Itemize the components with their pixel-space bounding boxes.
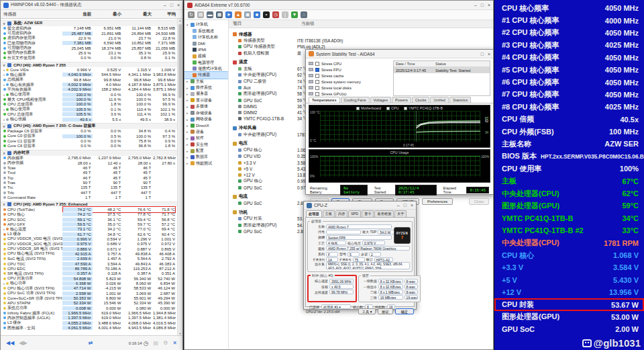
- maximize-icon[interactable]: □: [481, 52, 484, 56]
- preferences-button[interactable]: Preferences: [422, 198, 453, 205]
- close-icon[interactable]: ×: [488, 3, 490, 7]
- sidebar-item-设备[interactable]: ▸设备: [184, 129, 228, 135]
- cpuz-titlebar[interactable]: CPU-Z – □ ×: [304, 202, 416, 210]
- divider-icon[interactable]: |: [282, 11, 288, 18]
- maximize-icon[interactable]: □: [481, 3, 484, 7]
- sidebar-item-便携式计算机[interactable]: 便携式计算机: [184, 66, 228, 72]
- tab-显卡[interactable]: 显卡: [362, 210, 374, 217]
- legend-checkbox[interactable]: ✓: [404, 107, 407, 110]
- legend-checkbox[interactable]: ✓: [356, 107, 360, 110]
- sidebar-item-显示设备[interactable]: ▸显示设备: [184, 97, 228, 103]
- tab-处理器[interactable]: 处理器: [306, 210, 322, 217]
- maximize-icon[interactable]: □: [404, 203, 407, 208]
- tab-voltages[interactable]: Voltages: [370, 97, 391, 103]
- sidebar-item-IPMI[interactable]: IPMI: [184, 47, 228, 53]
- nav-forward-icon[interactable]: ◀▶: [19, 340, 27, 346]
- tree-chevron-icon[interactable]: ▸: [186, 79, 189, 83]
- tree-chevron-icon[interactable]: ▾: [186, 23, 189, 27]
- validate-button[interactable]: 验证: [378, 308, 392, 314]
- legend-item[interactable]: ✓YMTC PC41Q-1TB-B: [404, 106, 443, 110]
- download-icon[interactable]: ▼: [291, 11, 298, 18]
- table-row[interactable]: Tras90 T90 T90 T: [1, 180, 177, 185]
- tree-chevron-icon[interactable]: ▸: [186, 124, 189, 128]
- sidebar-item-服务器[interactable]: ▸服务器: [184, 91, 228, 97]
- settings-gear-icon[interactable]: ⚙: [163, 340, 168, 346]
- clock-icon[interactable]: ◷: [272, 11, 279, 18]
- table-row[interactable]: CPU TDC47.590 A3.594 A49.843 A46.383 A: [1, 261, 177, 266]
- tab-主板[interactable]: 主板: [323, 210, 335, 217]
- checkbox[interactable]: [315, 62, 319, 66]
- table-row[interactable]: Core+SoC+SR 功率 (SVI3 TFN)50.353 W6.800 W…: [1, 296, 177, 300]
- summary-icon[interactable]: ▬: [207, 11, 213, 18]
- tree-chevron-icon[interactable]: ▸: [186, 92, 189, 96]
- processor-select[interactable]: 处理器 #1 ▾: [321, 304, 351, 309]
- tree-chevron-icon[interactable]: ▸: [186, 136, 189, 140]
- table-row[interactable]: ›核心倍频40.6 x5.5 x49.5 x38.9 x: [1, 117, 177, 122]
- sidebar-item-电源管理[interactable]: 电源管理: [184, 59, 228, 65]
- col-avg[interactable]: 平均: [154, 11, 178, 17]
- tab-SPD[interactable]: SPD: [348, 210, 361, 217]
- tree-chevron-icon[interactable]: ▸: [186, 142, 189, 146]
- tab-powers[interactable]: Powers: [392, 97, 411, 103]
- refresh-icon[interactable]: ↻: [188, 11, 195, 18]
- col-current[interactable]: 当前: [62, 11, 93, 17]
- tree-chevron-icon[interactable]: ▸: [186, 149, 189, 153]
- monitor-icon[interactable]: ▪: [263, 11, 270, 18]
- sidebar-item-操作系统[interactable]: ▸操作系统: [184, 85, 228, 91]
- pane-col-value[interactable]: 当前值: [301, 21, 493, 27]
- tree-chevron-icon[interactable]: ▸: [186, 111, 189, 115]
- table-row[interactable]: SoC 电流 (SVI3 TFN)2.699 A1.497 A5.564 A2.…: [1, 257, 177, 261]
- user-icon[interactable]: ☻: [254, 11, 260, 18]
- table-row[interactable]: Trc135 T135 T135 T: [1, 185, 177, 190]
- sidebar-item-DMI[interactable]: DMI: [184, 40, 228, 46]
- table-row[interactable]: Command Rate1 T1 T1 T: [1, 195, 177, 200]
- tab-基准检测[interactable]: 基准检测: [374, 210, 394, 217]
- log-row[interactable]: 2025/12/4 0:17:45 Stability Test: Starte…: [394, 67, 490, 73]
- tree-chevron-icon[interactable]: ▸: [186, 105, 189, 109]
- sidebar-item-软件[interactable]: ▸软件: [184, 135, 228, 141]
- legend-item[interactable]: ✓Motherboard: [356, 106, 381, 110]
- checkbox[interactable]: [315, 92, 319, 96]
- col-min[interactable]: 最小: [93, 11, 123, 17]
- tree-chevron-icon[interactable]: ▸: [186, 161, 189, 165]
- sync-icon[interactable]: ⇄: [89, 340, 93, 346]
- report-icon[interactable]: ▤: [154, 340, 159, 346]
- tab-clocks[interactable]: Clocks: [412, 97, 430, 103]
- tools-button[interactable]: 工具 ▾: [358, 308, 376, 314]
- sidebar-item-超频[interactable]: 超频: [184, 53, 228, 59]
- aida64-titlebar[interactable]: AIDA64 Extreme v7.00.6700 – □ ×: [184, 1, 493, 10]
- tree-chevron-icon[interactable]: ▸: [186, 155, 189, 159]
- sidebar-item-计算机名称[interactable]: 计算机名称: [184, 34, 228, 40]
- tab-temperatures[interactable]: Temperatures: [309, 97, 340, 103]
- close-icon[interactable]: ×: [411, 203, 413, 208]
- minimize-icon[interactable]: –: [474, 3, 477, 7]
- close-sensors-icon[interactable]: ✕: [172, 340, 177, 346]
- minimize-icon[interactable]: –: [164, 3, 166, 7]
- hwinfo-titlebar[interactable]: HWiNFO64 v8.02-5440 - 传感器状态 – □ ×: [1, 1, 182, 10]
- tab-unified[interactable]: Unified: [430, 97, 448, 103]
- sidebar-item-多媒体[interactable]: ▸多媒体: [184, 103, 228, 110]
- col-max[interactable]: 最大: [123, 11, 154, 17]
- tree-chevron-icon[interactable]: ▸: [186, 130, 189, 134]
- search-icon[interactable]: ◌: [301, 11, 307, 18]
- ok-button[interactable]: 确定: [395, 308, 414, 314]
- table-row[interactable]: 内存倍频28.00 x12.40 x28.00 x27.80 x: [1, 161, 177, 165]
- expand-icon[interactable]: ›: [3, 118, 5, 122]
- checkbox[interactable]: [315, 86, 319, 90]
- table-row[interactable]: Core C6 驻留率0.0 %0.0 %96.8 %1.8 %: [1, 144, 177, 148]
- sensor-section-header[interactable]: ∨CPU [#0]: AMD Ryzen 7 255: Enhanced: [1, 202, 177, 208]
- sidebar-item-配置[interactable]: ▸配置: [184, 148, 228, 154]
- checkbox[interactable]: [315, 68, 319, 72]
- legend-item[interactable]: ✓CPU: [386, 106, 398, 110]
- memory-icon[interactable]: ▦: [216, 11, 223, 18]
- table-row[interactable]: CPU 核心74.2 °C37.5 °C77.8 °C71.7 °C: [1, 212, 177, 217]
- log-col-datetime[interactable]: Date / Time: [394, 62, 435, 66]
- table-row[interactable]: Trcd45 T45 T45 T: [1, 171, 177, 175]
- tree-chevron-icon[interactable]: ▸: [186, 98, 189, 102]
- pane-col-item[interactable]: 项目: [229, 21, 301, 27]
- tab-内存[interactable]: 内存: [335, 210, 347, 217]
- list-item[interactable]: 传感器类型ITE IT8613E (ISA AD0h): [229, 38, 493, 44]
- tree-chevron-icon[interactable]: ▸: [186, 118, 189, 122]
- tab-关于[interactable]: 关于: [394, 210, 407, 217]
- sidebar-item-传感器[interactable]: 传感器: [184, 72, 228, 78]
